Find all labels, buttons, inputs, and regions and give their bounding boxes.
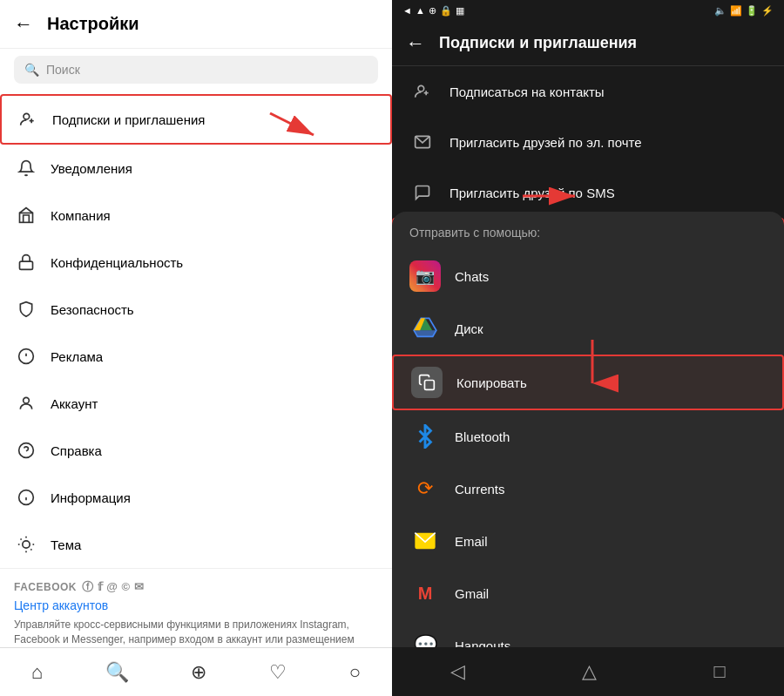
left-back-button[interactable]: ←: [14, 13, 33, 36]
menu-item-company[interactable]: Компания: [0, 192, 392, 239]
status-wifi-icon: 📶: [730, 5, 742, 17]
right-panel: ◄ ▲ ⊕ 🔒 ▦ 🔈 📶 🔋 ⚡ ← Подписки и приглашен…: [392, 0, 784, 696]
menu-item-account[interactable]: Аккаунт: [0, 380, 392, 427]
svg-rect-29: [425, 381, 435, 390]
menu-item-security[interactable]: Безопасность: [0, 286, 392, 333]
hangouts-label: Hangouts: [455, 639, 510, 648]
share-item-email[interactable]: Email: [392, 515, 784, 567]
security-label: Безопасность: [51, 302, 134, 317]
menu-item-info[interactable]: Информация: [0, 474, 392, 521]
status-lock-icon: 🔒: [440, 5, 452, 17]
svg-rect-3: [20, 213, 33, 223]
help-label: Справка: [51, 443, 102, 458]
right-page-title: Подписки и приглашения: [439, 34, 637, 52]
invite-sms-label: Пригласить друзей по SMS: [449, 186, 615, 200]
subscriptions-label: Подписки и приглашения: [52, 112, 205, 127]
notifications-icon: [14, 156, 38, 180]
right-recent-nav-button[interactable]: □: [714, 660, 726, 683]
status-right: 🔈 📶 🔋 ⚡: [714, 5, 774, 17]
chats-label: Chats: [455, 269, 489, 284]
copy-app-icon: [411, 367, 443, 398]
account-label: Аккаунт: [51, 396, 98, 411]
invite-sms-icon: [409, 179, 436, 206]
privacy-label: Конфиденциальность: [51, 255, 183, 270]
status-signal-icon: ◄: [402, 5, 412, 16]
ads-icon: [14, 344, 38, 368]
copy-label: Копировать: [456, 375, 527, 390]
share-item-gmail[interactable]: M Gmail: [392, 567, 784, 619]
ads-label: Реклама: [51, 349, 103, 364]
svg-line-17: [30, 549, 31, 550]
search-placeholder: Поиск: [46, 63, 80, 77]
right-menu-invite-sms[interactable]: Пригласить друзей по SMS: [392, 167, 784, 218]
invite-email-label: Пригласить друзей по эл. почте: [449, 135, 642, 150]
search-bar[interactable]: 🔍 Поиск: [14, 56, 378, 84]
right-menu-subscribe-contacts[interactable]: Подписаться на контакты: [392, 66, 784, 117]
company-label: Компания: [51, 208, 111, 223]
share-item-drive[interactable]: Диск: [392, 302, 784, 355]
share-item-currents[interactable]: ⟳ Currents: [392, 463, 784, 515]
profile-nav-button[interactable]: ○: [349, 661, 361, 684]
share-dialog: Отправить с помощью: 📷 Chats Диск Копиро…: [392, 212, 784, 647]
left-menu-list: Подписки и приглашения Уведомления Компа…: [0, 91, 392, 647]
drive-label: Диск: [455, 321, 483, 336]
gmail-app-icon: M: [409, 578, 441, 609]
left-bottom-nav: ⌂ 🔍 ⊕ ♡ ○: [0, 647, 392, 696]
menu-item-ads[interactable]: Реклама: [0, 333, 392, 380]
share-item-bluetooth[interactable]: Bluetooth: [392, 410, 784, 463]
status-grid-icon: ▦: [456, 5, 464, 17]
notifications-label: Уведомления: [51, 161, 132, 176]
facebook-section: FACEBOOK ⓕ 𝕗 @ © ✉ Центр аккаунтов Управ…: [0, 568, 392, 647]
security-icon: [14, 297, 38, 321]
right-home-nav-button[interactable]: △: [582, 660, 597, 683]
theme-icon: [14, 532, 38, 557]
menu-item-subscriptions[interactable]: Подписки и приглашения: [0, 94, 392, 145]
svg-rect-4: [20, 261, 33, 269]
share-item-chats[interactable]: 📷 Chats: [392, 250, 784, 302]
currents-label: Currents: [455, 482, 505, 497]
status-volume-icon: 🔈: [714, 5, 727, 17]
menu-item-notifications[interactable]: Уведомления: [0, 145, 392, 192]
right-menu-invite-email[interactable]: Пригласить друзей по эл. почте: [392, 117, 784, 167]
facebook-desc: Управляйте кросс-сервисными функциями в …: [14, 618, 378, 647]
share-item-hangouts[interactable]: 💬 Hangouts: [392, 619, 784, 647]
right-header: ← Подписки и приглашения: [392, 21, 784, 66]
currents-app-icon: ⟳: [409, 473, 441, 504]
invite-email-icon: [409, 129, 436, 155]
status-left: ◄ ▲ ⊕ 🔒 ▦: [402, 5, 464, 17]
status-sim-icon: ⊕: [429, 5, 436, 17]
left-header: ← Настройки: [0, 0, 392, 49]
status-battery-icon: 🔋: [746, 5, 758, 17]
menu-item-help[interactable]: Справка: [0, 427, 392, 474]
help-icon: [14, 438, 38, 463]
svg-point-20: [418, 85, 424, 91]
home-nav-button[interactable]: ⌂: [31, 661, 43, 684]
right-bottom-nav: ◁ △ □: [392, 647, 784, 696]
svg-point-13: [23, 541, 30, 548]
email-app-icon: [409, 525, 441, 557]
subscriptions-icon: [16, 107, 40, 132]
menu-item-privacy[interactable]: Конфиденциальность: [0, 239, 392, 286]
privacy-icon: [14, 250, 38, 274]
add-nav-button[interactable]: ⊕: [191, 661, 206, 684]
right-back-nav-button[interactable]: ◁: [450, 660, 465, 683]
status-charging-icon: ⚡: [761, 5, 774, 17]
hangouts-app-icon: 💬: [409, 630, 441, 647]
facebook-label: FACEBOOK ⓕ 𝕗 @ © ✉: [14, 579, 378, 595]
svg-line-16: [21, 539, 22, 540]
info-label: Информация: [51, 490, 131, 505]
search-icon: 🔍: [24, 63, 39, 77]
share-item-copy[interactable]: Копировать: [392, 355, 784, 410]
subscribe-contacts-icon: [409, 78, 436, 105]
info-icon: [14, 485, 38, 510]
account-center-link[interactable]: Центр аккаунтов: [14, 598, 378, 612]
search-nav-button[interactable]: 🔍: [105, 661, 129, 684]
activity-nav-button[interactable]: ♡: [269, 661, 287, 684]
bluetooth-app-icon: [409, 421, 441, 452]
share-dialog-title: Отправить с помощью:: [392, 226, 784, 250]
theme-label: Тема: [51, 537, 81, 552]
company-icon: [14, 203, 38, 227]
menu-item-theme[interactable]: Тема: [0, 521, 392, 568]
drive-app-icon: [409, 313, 441, 344]
right-back-button[interactable]: ←: [406, 32, 425, 55]
